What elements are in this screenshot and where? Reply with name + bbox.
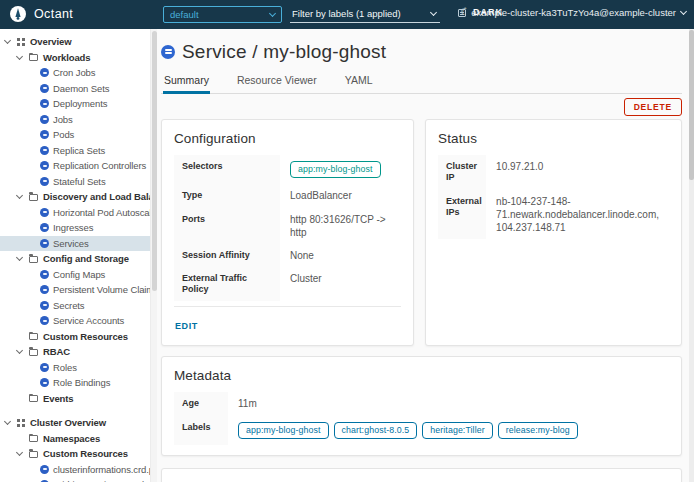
field-value: None	[280, 244, 401, 267]
sidebar-item-label: Services	[53, 238, 89, 249]
sidebar-item-cron-jobs[interactable]: Cron Jobs	[0, 65, 150, 81]
namespace-dropdown[interactable]: default	[163, 6, 282, 23]
folder-icon	[29, 256, 38, 263]
daemon-sets-icon	[40, 84, 49, 93]
cluster-selector[interactable]: example-cluster-ka3TuTzYo4a@example-clus…	[458, 7, 686, 18]
sidebar-item-label: Custom Resources	[43, 448, 128, 459]
metadata-card: Metadata Age11mLabelsapp:my-blog-ghostch…	[161, 356, 682, 456]
status-title: Status	[438, 131, 669, 146]
field-row: External Traffic PolicyCluster	[174, 267, 401, 302]
sidebar-item-cluster-overview[interactable]: Cluster Overview	[0, 415, 150, 431]
sidebar-item-roles[interactable]: Roles	[0, 360, 150, 376]
sidebar-item-secrets[interactable]: Secrets	[0, 298, 150, 314]
configuration-title: Configuration	[174, 131, 401, 146]
selector-tag[interactable]: app:my-blog-ghost	[290, 161, 381, 178]
field-row: External IPsnb-104-237-148-71.newark.nod…	[438, 190, 669, 239]
sidebar-item-label: Service Accounts	[53, 315, 124, 326]
sidebar-item-label: Jobs	[53, 114, 73, 125]
sidebar-item-label: Horizontal Pod Autoscalers	[53, 207, 150, 218]
sidebar-item-label: Role Bindings	[53, 377, 110, 388]
sidebar-item-rbac[interactable]: RBAC	[0, 344, 150, 360]
status-fields: Cluster IP10.97.21.0External IPsnb-104-2…	[438, 155, 669, 239]
caret-down-icon[interactable]	[16, 347, 23, 354]
sidebar-item-custom-resources[interactable]: Custom Resources	[0, 446, 150, 462]
sidebar-item-role-bindings[interactable]: Role Bindings	[0, 375, 150, 391]
label-tag[interactable]: release:my-blog	[498, 422, 578, 439]
sidebar-item-persistent-volume-claims[interactable]: Persistent Volume Claims	[0, 282, 150, 298]
field-value: nb-104-237-148-71.newark.nodebalancer.li…	[486, 190, 669, 239]
caret-down-icon[interactable]	[16, 53, 23, 60]
services-icon	[40, 239, 49, 248]
sidebar-item-csidrivers-csi-storage-k8s-io[interactable]: csidrivers.csi.storage.k8s.io	[0, 477, 150, 482]
sidebar-item-replica-sets[interactable]: Replica Sets	[0, 143, 150, 159]
sidebar-item-events[interactable]: Events	[0, 391, 150, 407]
sidebar-item-label: Cluster Overview	[30, 417, 106, 428]
sidebar-item-daemon-sets[interactable]: Daemon Sets	[0, 81, 150, 97]
summary-cards-row: Configuration Selectorsapp:my-blog-ghost…	[161, 119, 682, 346]
replication-controllers-icon	[40, 161, 49, 170]
field-value: 10.97.21.0	[486, 155, 669, 190]
sidebar-item-label: Deployments	[53, 98, 107, 109]
page-header: Service / my-blog-ghost	[161, 41, 682, 63]
chevron-down-icon	[269, 10, 276, 17]
sidebar-item-horizontal-pod-autoscalers[interactable]: Horizontal Pod Autoscalers	[0, 205, 150, 221]
page-title: Service / my-blog-ghost	[182, 41, 386, 63]
field-label: Type	[174, 184, 280, 207]
folder-icon	[29, 194, 38, 201]
field-row: Age11m	[174, 392, 669, 415]
sidebar-scrollbar[interactable]	[150, 29, 157, 482]
caret-down-icon[interactable]	[4, 418, 11, 425]
field-value: http 80:31626/TCP -> http	[280, 208, 401, 244]
edit-link[interactable]: EDIT	[175, 321, 198, 331]
sidebar-item-jobs[interactable]: Jobs	[0, 112, 150, 128]
sidebar-item-services[interactable]: Services	[0, 236, 150, 252]
tab-resource-viewer[interactable]: Resource Viewer	[236, 72, 318, 94]
sidebar-item-workloads[interactable]: Workloads	[0, 50, 150, 66]
caret-down-icon[interactable]	[16, 254, 23, 261]
hpa-icon	[40, 208, 49, 217]
sidebar-item-label: Overview	[30, 36, 71, 47]
pvc-icon	[40, 285, 49, 294]
app-branding[interactable]: Octant	[10, 6, 73, 22]
field-row: Session AffinityNone	[174, 244, 401, 267]
caret-down-icon[interactable]	[16, 449, 23, 456]
field-label: External Traffic Policy	[174, 267, 280, 302]
sidebar-item-config-maps[interactable]: Config Maps	[0, 267, 150, 283]
sidebar-item-namespaces[interactable]: Namespaces	[0, 431, 150, 447]
cluster-context-label: example-cluster-ka3TuTzYo4a@example-clus…	[471, 7, 676, 18]
label-tag[interactable]: app:my-blog-ghost	[238, 422, 329, 439]
tab-yaml[interactable]: YAML	[344, 72, 374, 94]
metadata-title: Metadata	[174, 368, 669, 383]
sidebar-item-overview[interactable]: Overview	[0, 34, 150, 50]
field-label: Labels	[174, 416, 228, 445]
tab-bar: Summary Resource Viewer YAML	[161, 72, 682, 94]
sidebar-item-replication-controllers[interactable]: Replication Controllers	[0, 158, 150, 174]
app-title: Octant	[34, 7, 73, 21]
sidebar-item-service-accounts[interactable]: Service Accounts	[0, 313, 150, 329]
sidebar-item-config-and-storage[interactable]: Config and Storage	[0, 251, 150, 267]
field-row: Labelsapp:my-blog-ghostchart:ghost-8.0.5…	[174, 416, 669, 445]
caret-down-icon[interactable]	[16, 192, 23, 199]
sidebar-item-deployments[interactable]: Deployments	[0, 96, 150, 112]
applications-icon	[17, 419, 25, 427]
sidebar-item-label: Namespaces	[43, 433, 100, 444]
sidebar-item-stateful-sets[interactable]: Stateful Sets	[0, 174, 150, 190]
page-scrollbar[interactable]	[689, 29, 694, 482]
delete-button[interactable]: DELETE	[624, 98, 682, 116]
caret-down-icon[interactable]	[4, 37, 11, 44]
cluster-icon	[458, 9, 466, 17]
status-card: Status Cluster IP10.97.21.0External IPsn…	[425, 119, 682, 346]
label-filter-input[interactable]: Filter by labels (1 applied)	[290, 6, 440, 23]
sidebar-item-pods[interactable]: Pods	[0, 127, 150, 143]
label-tag[interactable]: chart:ghost-8.0.5	[334, 422, 418, 439]
sidebar-item-custom-resources[interactable]: Custom Resources	[0, 329, 150, 345]
sidebar-item-label: Custom Resources	[43, 331, 128, 342]
top-header-bar: Octant default Filter by labels (1 appli…	[0, 0, 694, 29]
sidebar-item-ingresses[interactable]: Ingresses	[0, 220, 150, 236]
cron-jobs-icon	[40, 68, 49, 77]
page-scrollbar-thumb[interactable]	[689, 30, 694, 180]
tab-summary[interactable]: Summary	[163, 72, 210, 94]
label-tag[interactable]: heritage:Tiller	[422, 422, 492, 439]
sidebar-item-clusterinformations-crd-projec[interactable]: clusterinformations.crd.projec	[0, 462, 150, 478]
sidebar-item-discovery-and-load-balancing[interactable]: Discovery and Load Balancing	[0, 189, 150, 205]
